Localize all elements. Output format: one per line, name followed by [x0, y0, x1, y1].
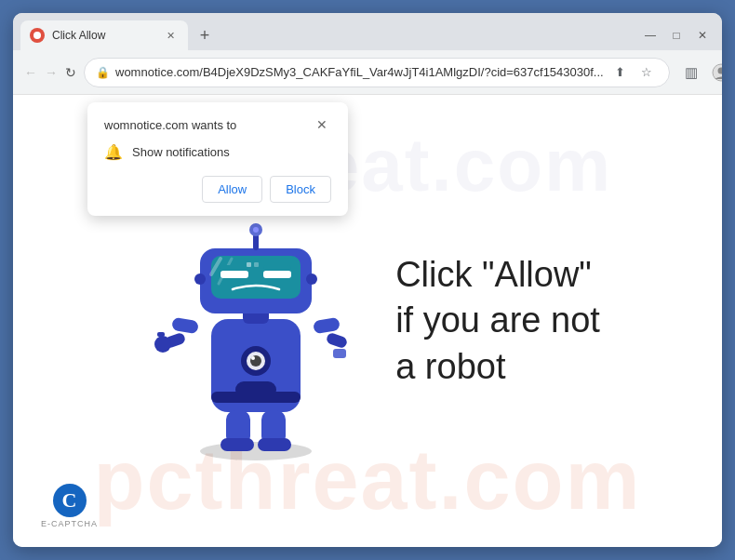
window-controls: — □ ✕: [638, 26, 715, 50]
popup-title: womnotice.com wants to: [104, 118, 236, 132]
main-text-line3: a robot: [395, 344, 600, 390]
profile-icon: [712, 63, 722, 82]
svg-rect-28: [220, 271, 248, 278]
url-right-icons: ⬆ ☆: [609, 61, 658, 84]
svg-rect-9: [333, 349, 346, 358]
active-tab[interactable]: Click Allow ✕: [20, 20, 188, 50]
svg-rect-7: [326, 332, 349, 350]
svg-rect-20: [258, 438, 291, 451]
robot-svg: [154, 181, 358, 460]
popup-close-button[interactable]: ✕: [313, 115, 331, 134]
notification-label: Show notifications: [132, 145, 230, 159]
bookmark-button[interactable]: ☆: [635, 61, 658, 84]
main-text-line2: if you are not: [395, 298, 600, 343]
tab-favicon: [30, 28, 45, 43]
main-text-line1: Click "Allow": [395, 252, 600, 298]
svg-point-2: [200, 442, 312, 460]
profile-button[interactable]: [707, 59, 722, 87]
page-text-area: Click "Allow" if you are not a robot: [377, 252, 600, 390]
maximize-button[interactable]: □: [664, 26, 688, 45]
new-tab-button[interactable]: +: [192, 22, 218, 48]
reload-button[interactable]: ↻: [65, 60, 76, 86]
lock-icon: 🔒: [96, 66, 110, 79]
main-text: Click "Allow" if you are not a robot: [395, 252, 600, 390]
url-text: womnotice.com/B4DjeX9DzSMy3_CAKFaYfiL_Va…: [115, 65, 604, 79]
block-button[interactable]: Block: [270, 176, 331, 203]
svg-rect-6: [157, 332, 165, 337]
robot-illustration: [135, 181, 377, 460]
back-button[interactable]: ←: [24, 60, 37, 86]
popup-buttons: Allow Block: [104, 176, 331, 203]
close-button[interactable]: ✕: [690, 26, 715, 45]
svg-rect-32: [247, 262, 251, 267]
svg-rect-16: [211, 392, 301, 403]
minimize-button[interactable]: —: [638, 26, 662, 45]
svg-point-37: [194, 273, 206, 285]
notification-row: 🔔 Show notifications: [104, 143, 331, 161]
browser-window: Click Allow ✕ + — □ ✕ ← → ↻ 🔒 womnotice.…: [13, 13, 722, 547]
svg-rect-33: [254, 262, 259, 267]
toolbar-right: ▥ ⋮: [677, 59, 722, 87]
svg-point-5: [154, 336, 171, 353]
svg-rect-8: [313, 317, 341, 335]
forward-button[interactable]: →: [45, 60, 58, 86]
notification-popup: womnotice.com wants to ✕ 🔔 Show notifica…: [87, 102, 348, 216]
svg-rect-4: [171, 317, 199, 335]
tab-bar: Click Allow ✕ + — □ ✕: [13, 13, 722, 50]
address-bar: ← → ↻ 🔒 womnotice.com/B4DjeX9DzSMy3_CAKF…: [13, 50, 722, 95]
svg-point-15: [251, 356, 255, 360]
popup-header: womnotice.com wants to ✕: [104, 115, 331, 134]
allow-button[interactable]: Allow: [202, 176, 262, 203]
svg-point-38: [306, 273, 317, 285]
svg-point-36: [253, 227, 259, 233]
tab-title: Click Allow: [52, 29, 154, 42]
bell-icon: 🔔: [104, 143, 123, 161]
share-url-button[interactable]: ⬆: [609, 61, 632, 84]
page-content: pcthreat.com pcthreat.com womnotice.com …: [13, 95, 722, 547]
url-bar[interactable]: 🔒 womnotice.com/B4DjeX9DzSMy3_CAKFaYfiL_…: [84, 58, 670, 87]
tab-close-button[interactable]: ✕: [162, 27, 179, 44]
svg-rect-31: [263, 271, 291, 278]
svg-rect-19: [220, 438, 254, 451]
sidebar-toggle-button[interactable]: ▥: [677, 59, 705, 87]
